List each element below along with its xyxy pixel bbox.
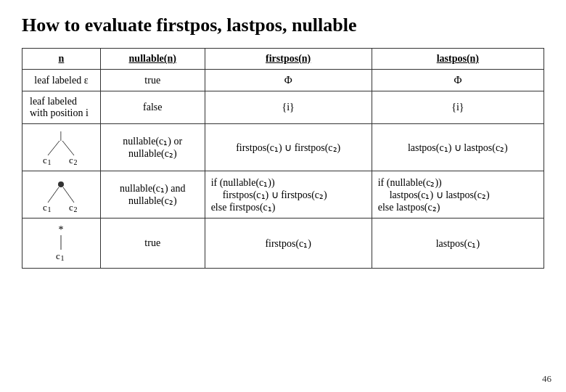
svg-text:1: 1 (61, 254, 65, 262)
row4-nullable-text: nullable(c₁) and nullable(c₂) (120, 183, 185, 206)
row1-nullable: true (100, 70, 205, 91)
table-row: | c 1 c 2 nullable(c₁) or nullable( (22, 124, 544, 171)
header-lastpos: lastpos(n) (372, 49, 544, 70)
row4-lastpos-line1: if (nullable(c₂)) (378, 176, 536, 189)
table-row: leaf labeled with position i false {i} {… (22, 91, 544, 124)
row4-lastpos-line3: else lastpos(c₂) (378, 201, 536, 213)
svg-text:c: c (44, 155, 48, 165)
row3-nullable-text: nullable(c₁) or nullable(c₂) (123, 136, 182, 159)
page-number: 46 (542, 373, 551, 385)
svg-text:2: 2 (74, 205, 78, 212)
row1-n: leaf labeled ε (22, 70, 101, 91)
row4-firstpos-line3: else firstpos(c₁) (211, 201, 364, 213)
row2-lastpos: {i} (372, 91, 544, 124)
row2-firstpos: {i} (205, 91, 372, 124)
header-n: n (22, 49, 101, 70)
row4-lastpos: if (nullable(c₂)) lastpos(c₁) ∪ lastpos(… (372, 171, 544, 219)
page-title: How to evaluate firstpos, lastpos, nulla… (22, 15, 544, 36)
svg-line-8 (48, 187, 59, 203)
row5-n: * c 1 (22, 219, 101, 269)
row3-firstpos: firstpos(c₁) ∪ firstpos(c₂) (205, 124, 372, 171)
svg-text:1: 1 (48, 205, 52, 212)
concatenation-tree: c 1 c 2 (39, 177, 83, 212)
row3-nullable: nullable(c₁) or nullable(c₂) (100, 124, 205, 171)
svg-text:c: c (57, 250, 61, 261)
alternation-tree: | c 1 c 2 (39, 130, 83, 165)
row4-firstpos-line1: if (nullable(c₁)) (211, 176, 364, 189)
table-row: leaf labeled ε true Φ Φ (22, 70, 544, 91)
row3-lastpos: lastpos(c₁) ∪ lastpos(c₂) (372, 124, 544, 171)
row4-nullable: nullable(c₁) and nullable(c₂) (100, 171, 205, 219)
page: How to evaluate firstpos, lastpos, nulla… (0, 0, 566, 392)
star-tree: * c 1 (46, 224, 75, 262)
svg-text:*: * (59, 224, 64, 235)
svg-line-1 (48, 141, 60, 155)
evaluation-table: n nullable(n) firstpos(n) lastpos(n) lea… (22, 48, 544, 269)
svg-point-7 (58, 181, 64, 187)
header-firstpos: firstpos(n) (205, 49, 372, 70)
row4-lastpos-line2: lastpos(c₁) ∪ lastpos(c₂) (378, 189, 536, 201)
row1-firstpos: Φ (205, 70, 372, 91)
row2-n-text: leaf labeled with position i (30, 96, 89, 118)
table-row: c 1 c 2 nullable(c₁) and nullable(c₂) if… (22, 171, 544, 219)
svg-text:2: 2 (74, 158, 78, 165)
row4-firstpos-line2: firstpos(c₁) ∪ firstpos(c₂) (211, 189, 364, 201)
row5-lastpos: lastpos(c₁) (372, 219, 544, 269)
header-nullable: nullable(n) (100, 49, 205, 70)
row5-nullable: true (100, 219, 205, 269)
row1-n-text: leaf labeled ε (34, 75, 88, 86)
svg-text:c: c (70, 155, 74, 165)
svg-line-2 (62, 141, 74, 155)
table-row: * c 1 true firstpos(c₁) lastpos(c₁) (22, 219, 544, 269)
row2-n: leaf labeled with position i (22, 91, 101, 124)
svg-line-9 (63, 187, 74, 203)
row4-firstpos: if (nullable(c₁)) firstpos(c₁) ∪ firstpo… (205, 171, 372, 219)
svg-text:|: | (60, 130, 62, 141)
row4-n: c 1 c 2 (22, 171, 101, 219)
row2-nullable: false (100, 91, 205, 124)
row1-lastpos: Φ (372, 70, 544, 91)
svg-text:c: c (44, 202, 48, 212)
row5-firstpos: firstpos(c₁) (205, 219, 372, 269)
svg-text:1: 1 (48, 158, 52, 165)
row3-n: | c 1 c 2 (22, 124, 101, 171)
svg-text:c: c (70, 202, 74, 212)
